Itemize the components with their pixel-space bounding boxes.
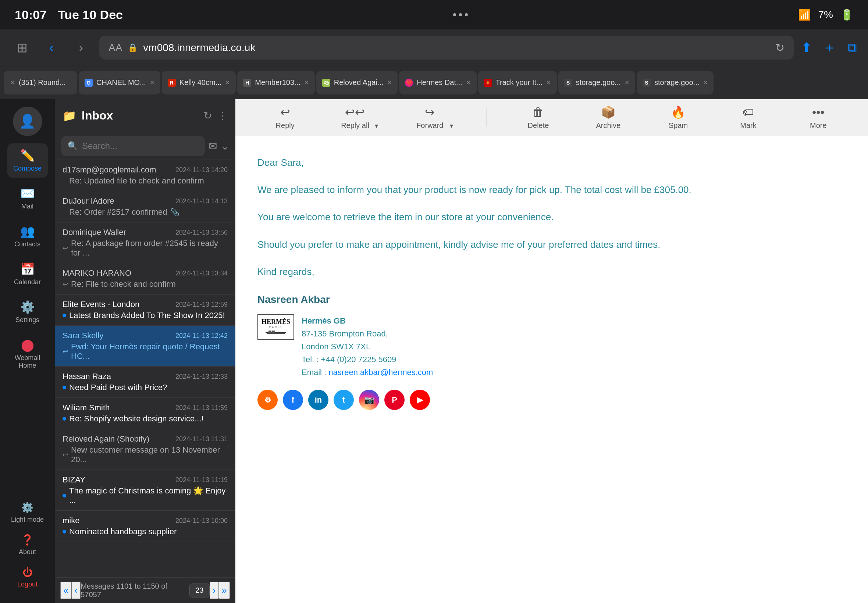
- linkedin-icon[interactable]: in: [308, 390, 328, 410]
- tab-storage-1[interactable]: S storage.goo... ✕: [558, 71, 635, 94]
- email-subject: Nominated handbags supplier: [62, 527, 227, 537]
- last-page-button[interactable]: »: [219, 582, 230, 599]
- tab-close-icon[interactable]: ✕: [150, 79, 155, 86]
- tab-close-icon[interactable]: ✕: [466, 79, 471, 86]
- new-tab-button[interactable]: ＋: [823, 39, 836, 57]
- email-subject: Latest Brands Added To The Show In 2025!: [62, 311, 227, 320]
- sidebar-item-mail[interactable]: ✉️ Mail: [7, 181, 48, 215]
- tab-close-icon[interactable]: ✕: [9, 79, 15, 87]
- contacts-icon: 👥: [20, 224, 35, 238]
- email-item[interactable]: BIZAY 2024-11-13 11:19 The magic of Chri…: [55, 470, 235, 511]
- tab-track[interactable]: 🏮 Track your It... ✕: [478, 71, 557, 94]
- filter-button[interactable]: ⌄: [221, 140, 229, 152]
- email-item[interactable]: d17smp@googlemail.com 2024-11-13 14:20 R…: [55, 160, 235, 191]
- tab-351-round[interactable]: ✕ (351) Round...: [4, 71, 77, 94]
- next-page-button[interactable]: ›: [210, 582, 219, 599]
- forward-icon: ↪: [425, 105, 435, 119]
- first-page-button[interactable]: «: [60, 582, 71, 599]
- back-button[interactable]: ‹: [40, 37, 62, 59]
- tab-close-icon[interactable]: ✕: [546, 79, 551, 86]
- tabs-overview-button[interactable]: ⧉: [847, 40, 857, 56]
- facebook-icon[interactable]: f: [283, 390, 303, 410]
- forward-button[interactable]: ↪ Forward: [412, 105, 448, 130]
- email-subject: Re: Updated file to check and confirm: [62, 176, 227, 186]
- email-date: 2024-11-13 12:33: [175, 373, 227, 380]
- email-item[interactable]: MARIKO HARANO 2024-11-13 13:34 ↩ Re: Fil…: [55, 263, 235, 295]
- search-bar: 🔍 ✉ ⌄: [55, 132, 235, 160]
- sidebar-item-label: Settings: [15, 316, 39, 324]
- twitter-icon[interactable]: t: [334, 390, 354, 410]
- delete-button[interactable]: 🗑 Delete: [520, 105, 557, 130]
- social-orange-icon[interactable]: ⚙: [257, 390, 278, 410]
- tab-favicon-s2: S: [642, 79, 651, 87]
- instagram-icon[interactable]: 📷: [359, 390, 379, 410]
- sidebar-item-compose[interactable]: ✏️ Compose: [7, 144, 48, 178]
- forward-button[interactable]: ›: [70, 37, 92, 59]
- tab-close-icon[interactable]: ✕: [304, 79, 309, 86]
- tab-chanel[interactable]: G CHANEL MO... ✕: [79, 71, 160, 94]
- email-address-link[interactable]: nasreen.akbar@hermes.com: [328, 368, 433, 377]
- tab-member[interactable]: H Member103... ✕: [237, 71, 314, 94]
- youtube-icon[interactable]: ▶: [410, 390, 430, 410]
- tab-label: Reloved Agai...: [334, 78, 384, 87]
- email-item[interactable]: Wiliam Smith 2024-11-13 11:59 Re: Shopif…: [55, 398, 235, 429]
- reply-arrow-icon: ↩: [62, 280, 68, 288]
- unread-dot: [62, 386, 66, 390]
- sidebar-item-lightmode[interactable]: ⚙️ Light mode: [7, 498, 48, 527]
- page-number-input[interactable]: [189, 583, 210, 597]
- email-item[interactable]: mike 2024-11-13 10:00 Nominated handbags…: [55, 511, 235, 542]
- archive-button[interactable]: 📦 Archive: [590, 105, 627, 130]
- social-icons: ⚙ f in t 📷 P ▶: [257, 390, 846, 410]
- inbox-more-button[interactable]: ⋮: [217, 110, 227, 122]
- email-date: 2024-11-13 10:00: [175, 517, 227, 525]
- status-dot-3: [465, 13, 468, 16]
- tab-label: CHANEL MO...: [96, 78, 146, 87]
- more-button[interactable]: ••• More: [800, 105, 837, 130]
- email-item[interactable]: DuJour lAdore 2024-11-13 14:13 Re: Order…: [55, 191, 235, 223]
- url-bar[interactable]: AA 🔒 vm008.innermedia.co.uk ↻: [99, 36, 794, 60]
- tab-close-icon[interactable]: ✕: [625, 79, 629, 86]
- hermes-paris-text: PARIS: [269, 326, 282, 329]
- sidebar-item-label: Mail: [21, 203, 34, 210]
- share-button[interactable]: ⬆: [801, 40, 812, 56]
- tab-kelly[interactable]: R Kelly 40cm... ✕: [162, 71, 236, 94]
- sidebar-item-contacts[interactable]: 👥 Contacts: [7, 219, 48, 254]
- sidebar-item-calendar[interactable]: 📅 Calendar: [7, 257, 48, 291]
- email-item[interactable]: Elite Events - London 2024-11-13 12:59 L…: [55, 295, 235, 326]
- email-item[interactable]: Hassan Raza 2024-11-13 12:33 Need Paid P…: [55, 366, 235, 398]
- compose-icon: ✏️: [20, 148, 35, 162]
- refresh-button[interactable]: ↻: [203, 110, 212, 122]
- sidebar-item-about[interactable]: ❓ About: [7, 530, 48, 560]
- pinterest-icon[interactable]: P: [384, 390, 405, 410]
- sidebar-toggle-button[interactable]: ⊞: [11, 37, 33, 59]
- sidebar-item-webmail[interactable]: ⬤ Webmail Home: [7, 333, 48, 375]
- tab-storage-2[interactable]: S storage.goo... ✕: [637, 71, 713, 94]
- spam-button[interactable]: 🔥 Spam: [660, 105, 696, 130]
- email-item-active[interactable]: Sara Skelly 2024-11-13 12:42 ↩ Fwd: Your…: [55, 326, 235, 366]
- compose-envelope-button[interactable]: ✉: [209, 140, 217, 152]
- reply-all-button[interactable]: ↩↩ Reply all: [337, 105, 373, 130]
- email-date: 2024-11-13 12:59: [175, 301, 227, 308]
- folder-icon[interactable]: 📁: [62, 109, 76, 122]
- search-input[interactable]: [82, 141, 198, 151]
- reload-button[interactable]: ↻: [775, 41, 784, 54]
- tab-hermes-dat[interactable]: ❤️ Hermes Dat... ✕: [399, 71, 476, 94]
- search-input-wrapper[interactable]: 🔍: [61, 136, 205, 156]
- email-greeting: Dear Sara,: [257, 155, 846, 171]
- email-content-panel: ↩ Reply ↩↩ Reply all ▾ ↪ Forward ▾ 🗑: [235, 99, 868, 603]
- email-item[interactable]: Reloved Again (Shopify) 2024-11-13 11:31…: [55, 429, 235, 470]
- email-subject: The magic of Christmas is coming 🌟 Enjoy…: [62, 486, 227, 505]
- sidebar-item-settings[interactable]: ⚙️ Settings: [7, 295, 48, 329]
- tab-close-icon[interactable]: ✕: [387, 79, 392, 86]
- prev-page-button[interactable]: ‹: [71, 582, 80, 599]
- tab-close-icon[interactable]: ✕: [225, 79, 230, 86]
- tab-close-icon[interactable]: ✕: [703, 79, 708, 86]
- sidebar-item-logout[interactable]: ⏻ Logout: [7, 563, 48, 592]
- tab-reloved[interactable]: 🛍 Reloved Agai... ✕: [316, 71, 398, 94]
- text-size-button[interactable]: AA: [108, 42, 122, 54]
- forward-dropdown-icon[interactable]: ▾: [450, 122, 453, 130]
- reply-all-dropdown-icon[interactable]: ▾: [375, 122, 378, 130]
- email-item[interactable]: Dominique Waller 2024-11-13 13:56 ↩ Re: …: [55, 223, 235, 263]
- reply-button[interactable]: ↩ Reply: [267, 105, 303, 130]
- mark-button[interactable]: 🏷 Mark: [730, 105, 766, 130]
